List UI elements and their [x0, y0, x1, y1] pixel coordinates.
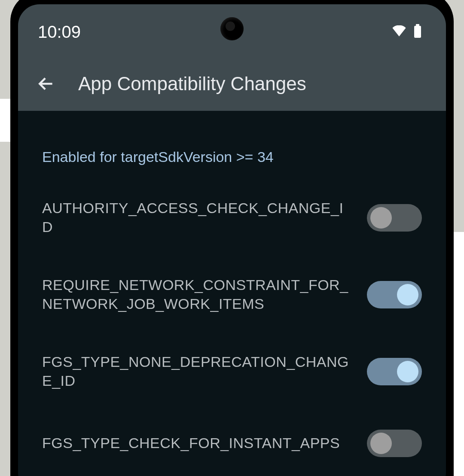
camera-notch [220, 17, 244, 40]
setting-toggle[interactable] [367, 358, 422, 385]
arrow-left-icon [37, 74, 55, 93]
setting-label: AUTHORITY_ACCESS_CHECK_CHANGE_ID [42, 199, 354, 236]
phone-frame: 10:09 [10, 0, 454, 476]
setting-row: REQUIRE_NETWORK_CONSTRAINT_FOR_NETWORK_J… [42, 276, 422, 313]
setting-toggle[interactable] [367, 430, 422, 457]
setting-toggle[interactable] [367, 281, 422, 308]
setting-toggle[interactable] [367, 204, 422, 232]
status-bar: 10:09 [18, 4, 446, 111]
svg-rect-0 [416, 24, 419, 26]
wifi-icon [392, 25, 406, 38]
setting-row: FGS_TYPE_CHECK_FOR_INSTANT_APPS [42, 430, 422, 457]
setting-label: REQUIRE_NETWORK_CONSTRAINT_FOR_NETWORK_J… [42, 276, 354, 313]
setting-row: AUTHORITY_ACCESS_CHECK_CHANGE_ID [42, 199, 422, 236]
section-header: Enabled for targetSdkVersion >= 34 [42, 149, 422, 165]
status-icons [392, 24, 422, 40]
setting-row: FGS_TYPE_NONE_DEPRECATION_CHANGE_ID [42, 353, 422, 390]
status-clock: 10:09 [38, 22, 81, 42]
toggle-thumb [370, 207, 392, 229]
background-decoration [0, 99, 10, 142]
settings-content: Enabled for targetSdkVersion >= 34 AUTHO… [18, 111, 446, 476]
background-decoration [454, 232, 464, 476]
settings-list: AUTHORITY_ACCESS_CHECK_CHANGE_IDREQUIRE_… [42, 199, 422, 476]
setting-label: FGS_TYPE_CHECK_FOR_INSTANT_APPS [42, 434, 354, 453]
setting-label: FGS_TYPE_NONE_DEPRECATION_CHANGE_ID [42, 353, 354, 390]
svg-rect-1 [414, 26, 421, 38]
battery-icon [413, 24, 422, 40]
toggle-thumb [397, 361, 418, 382]
page-title: App Compatibility Changes [78, 73, 306, 95]
toggle-thumb [370, 433, 392, 454]
phone-screen: 10:09 [18, 4, 446, 476]
toggle-thumb [397, 284, 418, 305]
back-button[interactable] [35, 73, 57, 95]
